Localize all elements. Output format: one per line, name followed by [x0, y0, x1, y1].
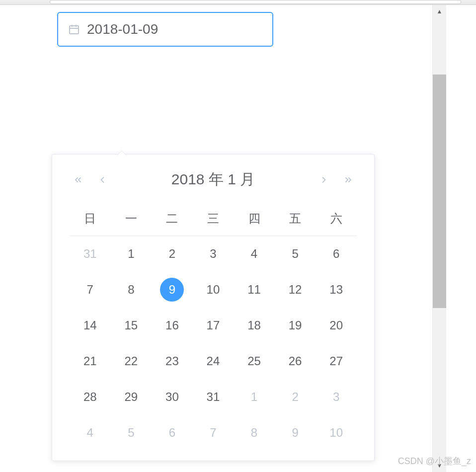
- day-label: 20: [324, 314, 348, 337]
- day-label: 10: [324, 421, 348, 445]
- nav-next-group: [318, 174, 354, 186]
- calendar-day[interactable]: 20: [316, 308, 357, 343]
- calendar-day[interactable]: 4: [70, 415, 111, 451]
- day-label: 1: [119, 242, 143, 266]
- calendar-day[interactable]: 31: [70, 236, 111, 272]
- scrollbar[interactable]: [432, 5, 446, 472]
- calendar-day[interactable]: 9: [275, 415, 316, 451]
- day-label: 14: [78, 314, 102, 337]
- calendar-day[interactable]: 8: [111, 272, 152, 308]
- day-label: 10: [201, 278, 225, 302]
- calendar-day[interactable]: 23: [152, 343, 193, 379]
- calendar-day[interactable]: 7: [70, 272, 111, 308]
- calendar-day[interactable]: 6: [152, 415, 193, 451]
- calendar-day[interactable]: 12: [275, 272, 316, 308]
- calendar-day[interactable]: 22: [111, 343, 152, 379]
- next-year-button[interactable]: [342, 174, 354, 186]
- day-label: 19: [283, 314, 307, 337]
- calendar-day[interactable]: 26: [275, 343, 316, 379]
- calendar-day[interactable]: 5: [275, 236, 316, 272]
- content-area: 2018 年 1 月 日一二三四五六 311234567891011121314…: [0, 5, 432, 472]
- calendar-icon: [68, 23, 80, 35]
- weekday-header: 二: [152, 200, 193, 236]
- calendar-day[interactable]: 10: [193, 272, 234, 308]
- calendar-day[interactable]: 9: [152, 272, 193, 308]
- calendar-day[interactable]: 21: [70, 343, 111, 379]
- calendar-day[interactable]: 31: [193, 379, 234, 415]
- calendar-day[interactable]: 27: [316, 343, 357, 379]
- date-input[interactable]: [57, 12, 273, 47]
- calendar-row: 31123456: [70, 236, 357, 272]
- calendar-day[interactable]: 3: [193, 236, 234, 272]
- day-label: 29: [119, 385, 143, 409]
- day-label: 31: [201, 385, 225, 409]
- panel-arrow: [117, 151, 127, 156]
- day-label: 16: [160, 314, 184, 337]
- calendar-day[interactable]: 18: [234, 308, 275, 343]
- calendar-day[interactable]: 25: [234, 343, 275, 379]
- calendar-day[interactable]: 6: [316, 236, 357, 272]
- weekday-header: 五: [275, 200, 316, 236]
- calendar-day[interactable]: 10: [316, 415, 357, 451]
- day-label: 11: [242, 278, 266, 302]
- panel-title[interactable]: 2018 年 1 月: [171, 169, 255, 190]
- browser-chrome: [0, 0, 476, 5]
- calendar-day[interactable]: 2: [152, 236, 193, 272]
- day-label: 21: [78, 349, 102, 373]
- calendar-day[interactable]: 2: [275, 379, 316, 415]
- weekday-row: 日一二三四五六: [70, 200, 357, 236]
- panel-header: 2018 年 1 月: [52, 155, 374, 200]
- day-label: 3: [324, 385, 348, 409]
- calendar-day[interactable]: 7: [193, 415, 234, 451]
- scroll-up-button[interactable]: [433, 5, 446, 18]
- weekday-header: 日: [70, 200, 111, 236]
- calendar-row: 78910111213: [70, 272, 357, 308]
- scroll-thumb[interactable]: [433, 75, 446, 308]
- calendar-day[interactable]: 30: [152, 379, 193, 415]
- day-label: 25: [242, 349, 266, 373]
- calendar-day[interactable]: 24: [193, 343, 234, 379]
- calendar-body: 日一二三四五六 31123456789101112131415161718192…: [52, 200, 374, 461]
- day-label: 6: [324, 242, 348, 266]
- day-label: 24: [201, 349, 225, 373]
- prev-year-button[interactable]: [72, 174, 84, 186]
- calendar-day[interactable]: 14: [70, 308, 111, 343]
- calendar-day[interactable]: 3: [316, 379, 357, 415]
- day-label: 4: [242, 242, 266, 266]
- address-bar[interactable]: [50, 0, 461, 4]
- calendar-row: 14151617181920: [70, 308, 357, 343]
- calendar-day[interactable]: 8: [234, 415, 275, 451]
- day-label: 2: [160, 242, 184, 266]
- calendar-day[interactable]: 5: [111, 415, 152, 451]
- calendar-row: 45678910: [70, 415, 357, 451]
- chevron-right-icon: [319, 175, 329, 185]
- weekday-header: 六: [316, 200, 357, 236]
- day-label: 2: [283, 385, 307, 409]
- watermark: CSDN @小墨鱼_z: [398, 455, 471, 467]
- next-month-button[interactable]: [318, 174, 330, 186]
- day-label: 8: [119, 278, 143, 302]
- calendar-day[interactable]: 11: [234, 272, 275, 308]
- date-input-field[interactable]: [87, 21, 262, 37]
- nav-prev-group: [72, 174, 108, 186]
- prev-month-button[interactable]: [96, 174, 108, 186]
- calendar-day[interactable]: 19: [275, 308, 316, 343]
- weekday-header: 一: [111, 200, 152, 236]
- day-label: 5: [119, 421, 143, 445]
- day-label: 30: [160, 385, 184, 409]
- weekday-header: 四: [234, 200, 275, 236]
- day-label: 26: [283, 349, 307, 373]
- calendar-day[interactable]: 4: [234, 236, 275, 272]
- day-label: 6: [160, 421, 184, 445]
- calendar-day[interactable]: 17: [193, 308, 234, 343]
- calendar-day[interactable]: 13: [316, 272, 357, 308]
- calendar-day[interactable]: 1: [111, 236, 152, 272]
- calendar-day[interactable]: 16: [152, 308, 193, 343]
- date-picker-panel: 2018 年 1 月 日一二三四五六 311234567891011121314…: [52, 154, 375, 461]
- viewport: 2018 年 1 月 日一二三四五六 311234567891011121314…: [0, 5, 476, 472]
- calendar-day[interactable]: 1: [234, 379, 275, 415]
- calendar-day[interactable]: 29: [111, 379, 152, 415]
- calendar-day[interactable]: 15: [111, 308, 152, 343]
- calendar-day[interactable]: 28: [70, 379, 111, 415]
- day-label: 28: [78, 385, 102, 409]
